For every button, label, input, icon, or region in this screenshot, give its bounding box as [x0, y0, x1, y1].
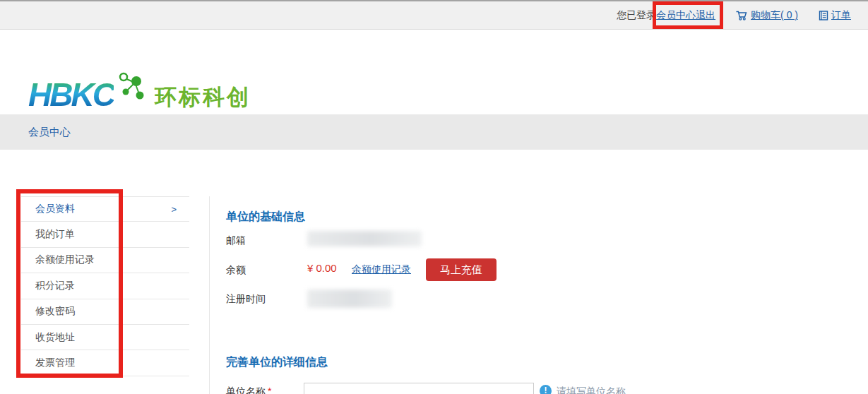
site-header: HBKC 环标科创 产品分类 首页 产品查询 — [0, 30, 868, 114]
member-center-exit-link[interactable]: 会员中心退出 — [656, 9, 715, 22]
orders-link[interactable]: 订单 — [818, 9, 851, 22]
sidebar-item-label: 余额使用记录 — [35, 253, 95, 266]
sidebar-item-points-records[interactable]: 积分记录 — [21, 273, 189, 299]
logo-brand-name: 环标科创 — [155, 86, 251, 111]
sidebar-item-label: 会员资料 — [35, 203, 75, 215]
sidebar-item-balance-records[interactable]: 余额使用记录 — [21, 248, 189, 273]
balance-history-link[interactable]: 余额使用记录 — [352, 263, 411, 276]
breadcrumb-band: 会员中心 — [0, 114, 868, 150]
cart-link[interactable]: 购物车( 0 ) — [735, 9, 798, 22]
company-name-label: 单位名称* — [226, 386, 271, 394]
cart-icon — [735, 10, 748, 21]
required-asterisk: * — [268, 386, 271, 394]
order-icon — [818, 10, 828, 21]
section-title-basic-info: 单位的基础信息 — [226, 210, 305, 225]
orders-label: 订单 — [831, 9, 851, 22]
chevron-right-icon: > — [171, 204, 177, 215]
sidebar-item-shipping-address[interactable]: 收货地址 — [21, 325, 189, 350]
logged-in-text: 您已登录 — [617, 9, 656, 22]
site-logo[interactable]: HBKC 环标科创 — [28, 71, 251, 111]
sidebar-item-label: 发票管理 — [35, 357, 75, 369]
register-time-label: 注册时间 — [226, 293, 266, 306]
sidebar-item-change-password[interactable]: 修改密码 — [21, 299, 189, 325]
cart-label: 购物车( 0 ) — [751, 9, 798, 22]
sidebar-item-label: 积分记录 — [35, 280, 75, 292]
info-icon: ! — [540, 385, 552, 394]
sidebar-item-invoice-management[interactable]: 发票管理 — [21, 350, 189, 376]
email-value-redacted — [307, 231, 422, 246]
molecule-icon — [115, 71, 146, 101]
member-center-page: 您已登录 会员中心退出 购物车( 0 ) — [0, 0, 868, 394]
topbar: 您已登录 会员中心退出 购物车( 0 ) — [0, 0, 868, 30]
recharge-button[interactable]: 马上充值 — [426, 258, 497, 281]
balance-label: 余额 — [226, 264, 246, 277]
sidebar-item-label: 我的订单 — [35, 228, 75, 241]
logo-wordmark: HBKC — [28, 78, 114, 111]
page-title: 会员中心 — [28, 126, 71, 139]
register-time-redacted — [307, 289, 392, 308]
content-divider — [209, 196, 210, 394]
balance-value: ¥ 0.00 — [307, 262, 337, 274]
sidebar-menu: 会员资料 > 我的订单 余额使用记录 积分记录 修改密码 收货地址 发票管理 — [21, 196, 189, 376]
section-title-detail-info: 完善单位的详细信息 — [226, 355, 328, 370]
sidebar-item-my-orders[interactable]: 我的订单 — [21, 222, 189, 247]
sidebar-item-label: 修改密码 — [35, 305, 75, 318]
email-label: 邮箱 — [226, 234, 246, 247]
company-name-input[interactable] — [304, 383, 534, 394]
sidebar-item-label: 收货地址 — [35, 331, 75, 344]
company-name-hint: 请填写单位名称 — [557, 386, 626, 394]
sidebar-item-member-profile[interactable]: 会员资料 > — [21, 196, 189, 222]
